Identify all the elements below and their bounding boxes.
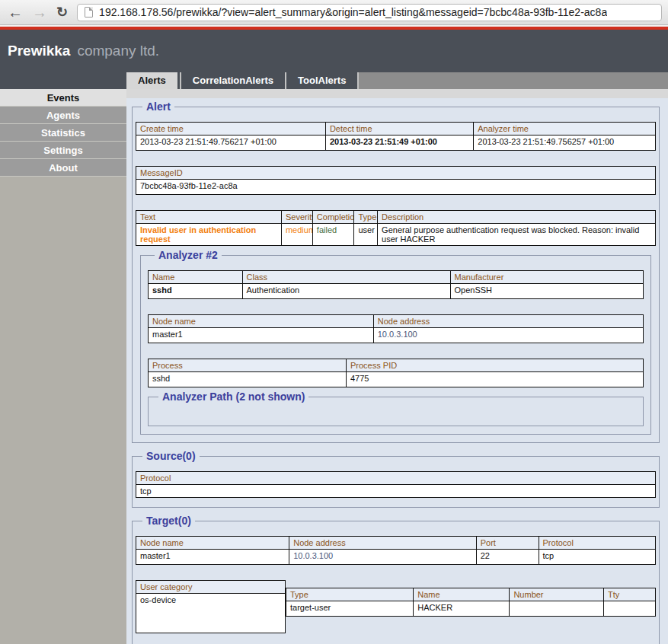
col-type: Type (354, 211, 378, 224)
brand-name: Prewikka (8, 43, 70, 59)
severity-value: medium (281, 224, 312, 246)
analyzer-class-value: Authentication (242, 284, 450, 299)
col-target-port: Port (476, 537, 539, 550)
col-node-address: Node address (373, 315, 643, 328)
analyzer-node-table: Node name Node address master1 10.0.3.10… (148, 314, 644, 343)
user-category-value: os-device (136, 594, 286, 633)
sidebar-item-events[interactable]: Events (0, 89, 126, 107)
analyzer-path-section: Analyzer Path (2 not shown) (148, 391, 644, 426)
alert-times-table: Create time Detect time Analyzer time 20… (136, 122, 656, 151)
col-source-protocol: Protocol (136, 472, 656, 485)
url-bar[interactable]: 192.168.178.56/prewikka/?view=alert_summ… (77, 4, 662, 21)
col-create-time: Create time (136, 123, 326, 135)
alert-legend: Alert (142, 100, 174, 113)
sidebar: Events Agents Statistics Settings About (0, 89, 126, 644)
reload-icon[interactable]: ↻ (56, 5, 68, 20)
type-value: user (354, 224, 378, 246)
detect-time-value: 2013-03-23 21:51:49 +01:00 (325, 135, 473, 151)
tab-toolalerts[interactable]: ToolAlerts (285, 72, 357, 89)
analyzer-process-pid-value: 4775 (347, 372, 644, 387)
analyzer-legend: Analyzer #2 (155, 249, 222, 261)
user-name-value: HACKER (414, 601, 510, 617)
col-completion: Completion (312, 211, 354, 224)
col-target-node-address: Node address (289, 537, 477, 550)
col-manufacturer: Manufacturer (450, 271, 644, 284)
col-user-tty: Tty (604, 588, 656, 601)
analyzer-path-legend: Analyzer Path (2 not shown) (158, 391, 308, 403)
classification-text: Invalid user in authentication request (136, 224, 282, 246)
target-legend: Target(0) (142, 515, 195, 527)
col-description: Description (378, 211, 656, 224)
col-process-pid: Process PID (347, 359, 644, 372)
col-target-protocol: Protocol (539, 537, 655, 550)
col-user-name: Name (414, 588, 510, 601)
analyzer-time-value: 2013-03-23 21:51:49.756257 +01:00 (474, 135, 656, 151)
tab-bar-spacer (0, 72, 126, 89)
description-value: General purpose authentication request w… (378, 224, 656, 246)
col-user-category: User category (136, 581, 286, 594)
tab-bar-filler (357, 72, 668, 89)
col-user-type: Type (286, 588, 414, 601)
col-name: Name (149, 271, 243, 284)
analyzer-process-value: sshd (149, 372, 347, 387)
col-user-number: Number (510, 588, 604, 601)
tab-bar: Alerts CorrelationAlerts ToolAlerts (0, 72, 668, 89)
source-legend: Source(0) (142, 450, 200, 462)
sidebar-item-settings[interactable]: Settings (0, 142, 126, 159)
sidebar-item-about[interactable]: About (0, 159, 126, 177)
analyzer-node-address-value: 10.0.3.100 (373, 328, 643, 343)
col-text: Text (136, 211, 282, 224)
target-user-table-wrap: Type Name Number Tty target-user HACKER (286, 588, 656, 617)
browser-toolbar: ← → ↻ 192.168.178.56/prewikka/?view=aler… (0, 0, 668, 25)
col-target-node-name: Node name (136, 537, 289, 550)
source-protocol-value: tcp (136, 485, 656, 498)
url-text[interactable]: 192.168.178.56/prewikka/?view=alert_summ… (99, 6, 607, 18)
col-severity: Severity (281, 211, 312, 224)
target-node-table: Node name Node address Port Protocol mas… (136, 536, 656, 565)
col-messageid: MessageID (136, 167, 656, 180)
col-analyzer-time: Analyzer time (474, 123, 656, 135)
source-section: Source(0) Protocol tcp (132, 450, 660, 508)
tab-correlationalerts[interactable]: CorrelationAlerts (180, 72, 285, 89)
sidebar-item-statistics[interactable]: Statistics (0, 124, 126, 142)
app-header: Prewikka company ltd. (0, 30, 668, 72)
target-protocol-value: tcp (539, 550, 655, 565)
brand-suffix: company ltd. (77, 43, 159, 59)
page-icon (85, 7, 93, 18)
back-icon[interactable]: ← (8, 5, 23, 20)
user-category-table: User category os-device (136, 580, 286, 633)
col-detect-time: Detect time (325, 123, 473, 135)
analyzer-section: Analyzer #2 Name Class Manufacturer sshd… (140, 249, 651, 435)
messageid-value: 7bcbc48a-93fb-11e2-ac8a (136, 180, 656, 195)
target-port-value: 22 (476, 550, 539, 565)
completion-value: failed (312, 224, 354, 246)
analyzer-process-table: Process Process PID sshd 4775 (148, 359, 644, 387)
target-section: Target(0) Node name Node address Port Pr… (132, 515, 660, 644)
target-node-address-value: 10.0.3.100 (289, 550, 477, 565)
target-user-block: User category os-device Type Name Number… (136, 574, 656, 633)
target-node-name-value: master1 (136, 550, 289, 565)
user-number-value (510, 601, 604, 617)
col-node-name: Node name (149, 315, 374, 328)
user-type-value: target-user (286, 601, 414, 617)
classification-table: Text Severity Completion Type Descriptio… (136, 210, 656, 246)
col-class: Class (242, 271, 450, 284)
forward-icon[interactable]: → (32, 5, 47, 20)
target-user-table: Type Name Number Tty target-user HACKER (286, 588, 656, 617)
source-protocol-table: Protocol tcp (136, 471, 656, 498)
col-process: Process (149, 359, 347, 372)
create-time-value: 2013-03-23 21:51:49.756217 +01:00 (136, 135, 326, 151)
analyzer-manufacturer-value: OpenSSH (450, 284, 644, 299)
content-top-strip (126, 89, 668, 98)
sidebar-item-agents[interactable]: Agents (0, 107, 126, 124)
tab-alerts[interactable]: Alerts (126, 72, 177, 89)
analyzer-name-value: sshd (149, 284, 243, 299)
alert-section: Alert Create time Detect time Analyzer t… (132, 100, 660, 443)
main-content: Alert Create time Detect time Analyzer t… (126, 89, 668, 644)
user-tty-value (604, 601, 656, 617)
messageid-table: MessageID 7bcbc48a-93fb-11e2-ac8a (136, 166, 656, 195)
analyzer-node-name-value: master1 (149, 328, 374, 343)
analyzer-info-table: Name Class Manufacturer sshd Authenticat… (148, 270, 644, 299)
